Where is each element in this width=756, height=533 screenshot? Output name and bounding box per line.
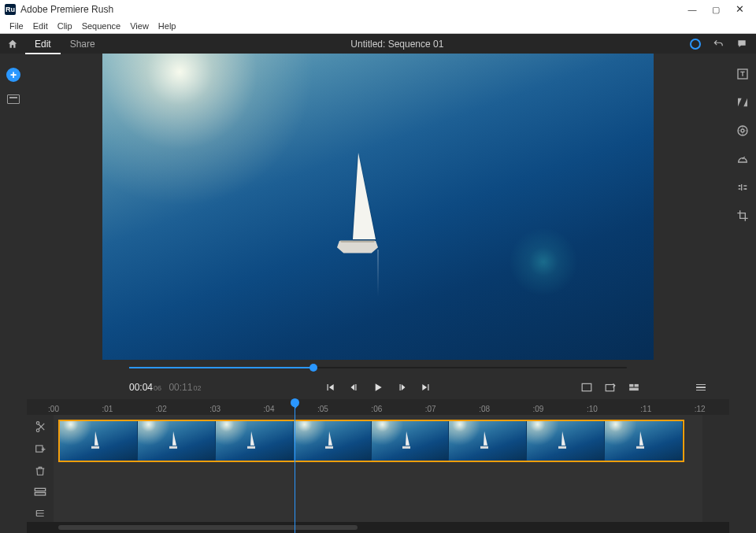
clip-thumbnail xyxy=(60,421,138,461)
left-toolbar: + xyxy=(0,54,27,533)
color-icon[interactable] xyxy=(736,124,749,137)
clip-thumbnail xyxy=(138,421,216,461)
svg-rect-1 xyxy=(606,385,614,391)
preview-wrap xyxy=(27,54,729,360)
transport-controls: 00:0406 00:1102 xyxy=(27,376,729,399)
svg-rect-6 xyxy=(35,488,45,490)
timeline-main[interactable] xyxy=(54,415,702,522)
menu-view[interactable]: View xyxy=(125,21,154,31)
timeline-ruler[interactable]: :00:01:02:03:04:05:06:07:08:09:10:11:12 xyxy=(27,399,729,415)
svg-point-10 xyxy=(741,129,744,132)
video-preview[interactable] xyxy=(102,54,654,360)
play-icon[interactable] xyxy=(372,381,384,394)
timeline-scrollbar[interactable] xyxy=(27,522,729,533)
window-title: Adobe Premiere Rush xyxy=(20,4,113,15)
right-toolbar xyxy=(729,54,756,533)
playhead-line xyxy=(295,399,295,533)
menu-help[interactable]: Help xyxy=(154,21,181,31)
video-track[interactable] xyxy=(54,415,702,467)
clip-thumbnail xyxy=(216,421,294,461)
scissors-icon[interactable] xyxy=(34,421,46,432)
svg-rect-3 xyxy=(635,384,639,387)
timecode: 00:0406 00:1102 xyxy=(129,382,201,393)
ruler-tick: :01 xyxy=(102,405,113,413)
preview-boat xyxy=(358,152,398,253)
tab-share[interactable]: Share xyxy=(61,34,105,54)
app-icon: Ru xyxy=(5,4,16,15)
tab-share-label: Share xyxy=(70,39,95,50)
fullscreen-icon[interactable] xyxy=(581,383,592,392)
timeline xyxy=(27,415,729,522)
timeline-tools xyxy=(27,415,54,522)
ruler-tick: :03 xyxy=(209,405,220,413)
menu-sequence[interactable]: Sequence xyxy=(77,21,126,31)
clip-thumbnail xyxy=(605,421,683,461)
svg-rect-5 xyxy=(36,446,43,452)
window-minimize-button[interactable]: — xyxy=(680,0,704,19)
video-clip-selected[interactable] xyxy=(58,420,684,462)
menu-file[interactable]: File xyxy=(5,21,28,31)
go-to-start-icon[interactable] xyxy=(324,382,335,393)
preview-scrub-bar[interactable] xyxy=(27,360,729,376)
menu-edit[interactable]: Edit xyxy=(28,21,53,31)
document-title: Untitled: Sequence 01 xyxy=(105,39,690,50)
audio-icon[interactable] xyxy=(736,181,749,194)
ruler-tick: :04 xyxy=(264,405,275,413)
timecode-duration: 00:11 xyxy=(169,382,192,393)
scrub-track[interactable] xyxy=(129,367,627,368)
window-titlebar: Ru Adobe Premiere Rush — ▢ ✕ xyxy=(0,0,756,19)
timecode-duration-frames: 02 xyxy=(193,384,201,392)
comment-icon[interactable] xyxy=(736,39,748,50)
timeline-empty-area[interactable] xyxy=(54,467,702,522)
speed-icon[interactable] xyxy=(736,153,749,165)
tab-edit-label: Edit xyxy=(35,39,51,50)
preview-wake xyxy=(377,250,379,297)
clip-thumbnail xyxy=(294,421,372,461)
svg-rect-2 xyxy=(629,384,633,387)
svg-rect-7 xyxy=(35,493,45,495)
ruler-tick: :06 xyxy=(371,405,382,413)
scrub-handle[interactable] xyxy=(309,364,317,372)
timeline-options-icon[interactable] xyxy=(696,384,706,391)
window-close-button[interactable]: ✕ xyxy=(728,0,751,19)
crop-icon[interactable] xyxy=(736,209,749,222)
main-area: + xyxy=(0,54,756,533)
timeline-right-gutter xyxy=(702,415,729,522)
transitions-icon[interactable] xyxy=(736,96,749,109)
ruler-tick: :12 xyxy=(695,405,706,413)
timecode-current-frames: 06 xyxy=(154,384,161,392)
timeline-scrollbar-thumb[interactable] xyxy=(58,525,358,530)
app-top-bar: Edit Share Untitled: Sequence 01 xyxy=(0,34,756,54)
add-media-button[interactable]: + xyxy=(6,68,20,82)
ruler-tick: :10 xyxy=(587,405,598,413)
track-list-icon[interactable] xyxy=(35,508,46,519)
clip-thumbnail xyxy=(372,421,450,461)
scrub-progress xyxy=(129,367,313,368)
trash-icon[interactable] xyxy=(35,465,46,476)
ruler-tick: :02 xyxy=(156,405,167,413)
tab-edit[interactable]: Edit xyxy=(25,34,61,54)
ruler-tick: :08 xyxy=(479,405,490,413)
step-forward-icon[interactable] xyxy=(397,382,408,393)
go-to-end-icon[interactable] xyxy=(421,382,432,393)
track-display-icon[interactable] xyxy=(628,383,639,392)
project-panel-icon[interactable] xyxy=(7,94,20,104)
menu-clip[interactable]: Clip xyxy=(53,21,77,31)
ruler-tick: :00 xyxy=(48,405,59,413)
svg-point-11 xyxy=(739,185,740,187)
expand-tracks-icon[interactable] xyxy=(34,487,46,497)
svg-rect-0 xyxy=(582,383,591,390)
window-maximize-button[interactable]: ▢ xyxy=(704,0,728,19)
svg-rect-4 xyxy=(629,388,639,391)
app-root: Ru Adobe Premiere Rush — ▢ ✕ File Edit C… xyxy=(0,0,756,533)
ruler-tick: :11 xyxy=(640,405,651,413)
sync-status-icon[interactable] xyxy=(690,39,701,50)
home-button[interactable] xyxy=(0,39,25,50)
ruler-tick: :05 xyxy=(317,405,328,413)
home-icon xyxy=(7,39,18,50)
step-back-icon[interactable] xyxy=(348,382,359,393)
undo-icon[interactable] xyxy=(712,39,724,50)
loop-icon[interactable] xyxy=(605,383,616,392)
add-track-icon[interactable] xyxy=(34,443,46,454)
titles-icon[interactable] xyxy=(736,68,749,80)
